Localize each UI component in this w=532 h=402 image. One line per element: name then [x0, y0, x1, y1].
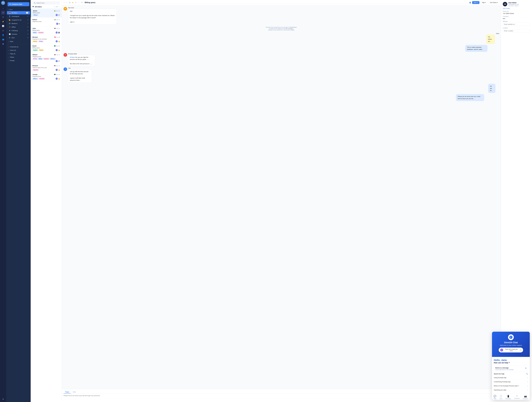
conv-search-box[interactable]: 🔍 [32, 1, 60, 5]
sidebar-item-priority[interactable]: › Priority [7, 59, 30, 62]
note-tab[interactable]: Note [71, 390, 77, 394]
conv-item-richard[interactable]: Richard 🇬🇧 Dec 22 Tried to reach out to … [31, 63, 62, 72]
sidebar-item-users[interactable]: › Users (2) [7, 49, 30, 52]
more-chevron-icon: › [9, 41, 9, 42]
inbox-nav-icon[interactable]: ✉ [1, 11, 5, 15]
chat-overlay-footer: 💬 Chat 📄 Help 📱 WhatsApp f Facebook 📷 In… [492, 394, 530, 400]
sidebar-item-all-inbox[interactable]: 📥 All Inbox 2 [7, 11, 30, 14]
label-icon[interactable]: 🏷 [75, 2, 76, 3]
footer-help-tab[interactable]: 📄 Help [500, 395, 502, 399]
message-feedback: This is really important feedback, send … [63, 45, 499, 52]
footer-instagram-tab[interactable]: 📷 Instagram [523, 395, 528, 399]
inbox-section-header[interactable]: ▾ Inbox [6, 8, 31, 11]
chat-overlay: Omni24 Chat Welcome to your online suppo… [492, 332, 530, 400]
user-avatar[interactable]: TC [1, 1, 5, 5]
contact-icon[interactable]: 👤 [469, 2, 471, 3]
settings-nav-icon[interactable]: ⚙ [1, 397, 5, 401]
sidebar-item-more[interactable]: › More [7, 40, 30, 43]
sidebar-item-offline[interactable]: ⚫ Offline 6 [7, 25, 30, 29]
faq-item-3[interactable]: Importing your data › [494, 388, 528, 392]
sidebar-item-overdue[interactable]: 🕐 Overdue 3 [7, 32, 30, 36]
sidebar-item-channels[interactable]: › Channels (4) [7, 45, 30, 48]
conv-list-header: 🔍 ✉ All Inbox ▽ ⊞ ⋯ [31, 0, 62, 9]
company-field-group: Company test [503, 16, 530, 19]
footer-whatsapp-tab[interactable]: 📱 WhatsApp [506, 395, 511, 399]
reply-tabs: Reply Note [63, 390, 499, 394]
conv-main-header: ✓ ☆ 🕐 📁 🏷 ⋯ #4 Billing query 👤 Open ▾ Hi… [62, 0, 501, 5]
conv-item-james[interactable]: James 🇮🇳 Dec 15 Billing query Billing 1 … [31, 9, 62, 18]
agents-nav-icon[interactable]: 👤 [1, 33, 5, 37]
grid-icon[interactable]: ⊞ [56, 6, 57, 7]
search-help-header: Search for help 🔍 [494, 373, 528, 375]
channel-icon-john: 📱 [58, 32, 60, 33]
chat-overlay-body: Hello, Jane. How can we help ? Send us a… [492, 357, 530, 394]
campaigns-nav-icon[interactable]: ◎ [1, 28, 5, 32]
tag-important-joseph: Important [38, 78, 45, 80]
checkmark-icon[interactable]: ✓ [63, 2, 65, 3]
clock-icon[interactable]: 🕐 [69, 2, 70, 3]
message-preetam: P Preetam Nath @Yann Yes you are right t… [63, 53, 499, 66]
reply-tab[interactable]: Reply [63, 390, 71, 394]
more-icon[interactable]: ⋯ [78, 2, 79, 3]
conv-item-david[interactable]: David 🇸🇦 Dec 02 Billing query Support Re… [31, 44, 62, 53]
conversation-main: ✓ ☆ 🕐 📁 🏷 ⋯ #4 Billing query 👤 Open ▾ Hi… [62, 0, 501, 402]
search-input[interactable] [37, 2, 58, 4]
tag-important-john: Important [38, 32, 44, 34]
chat-footer-instagram-icon: 📷 [524, 395, 527, 398]
avatar-jon: J [63, 67, 67, 71]
conv-item-john[interactable]: John 🇬🇧 Feb 23 Billing query Billing Imp… [31, 26, 62, 35]
contacts-nav-icon[interactable]: ☰ [1, 15, 5, 19]
reply-input[interactable] [63, 395, 499, 400]
open-status-button[interactable]: Open ▾ [472, 1, 479, 4]
view-profile-link[interactable]: View Profile [503, 8, 530, 9]
flag-john: 🇬🇧 [54, 28, 56, 29]
analytics-nav-icon[interactable]: ⚡ [1, 19, 5, 24]
sidebar-item-tags[interactable]: › Tags (4) [7, 52, 30, 55]
conv-item-robert[interactable]: Robert 🇮🇳 Jan 15 Shipment issue TC ✉ [31, 18, 62, 26]
star-icon[interactable]: ☆ [66, 2, 67, 3]
faq-item-0[interactable]: Using Examply App › [494, 376, 528, 380]
priority-chevron-icon: › [9, 60, 9, 61]
filter-icon[interactable]: ▽ [54, 6, 55, 7]
mentions-icon: @ [9, 23, 11, 24]
message-yann: Yann Pie follow up... [63, 33, 499, 44]
footer-chat-tab[interactable]: 💬 Chat [494, 395, 496, 399]
search-help-icon[interactable]: 🔍 [526, 373, 528, 375]
phone-field-group: Phone No +91 93834 56341 [503, 11, 530, 14]
website-input[interactable] [503, 23, 530, 26]
send-message-option[interactable]: Send us a message Usual reply time is fe… [494, 365, 528, 372]
sidebar-item-status[interactable]: › Status [7, 56, 30, 59]
channel-icon-michael: 👍 [58, 41, 60, 42]
inbox-chevron-icon: ▾ [8, 9, 9, 10]
footer-facebook-tab[interactable]: f Facebook [514, 395, 519, 399]
conv-item-william[interactable]: William 🇬🇧 Fab 14 Shipping issue Pricing… [31, 53, 62, 63]
team-nav-icon[interactable]: 👥 [1, 37, 5, 41]
sidebar-item-mentions[interactable]: @ Mentions 7 [7, 22, 30, 25]
left-navigation: TC ⌂ ✉ ☰ ⚡ 📊 ◎ 👤 👥 ◉ ⚙ [0, 0, 6, 402]
chat-brand-avatar [508, 334, 514, 340]
team-contact-pill: K Team will contact you soon. 🕐 [499, 348, 523, 352]
home-nav-icon[interactable]: ⌂ [1, 6, 5, 10]
reports-nav-icon[interactable]: 📊 [1, 24, 5, 28]
sidebar-item-following[interactable]: ★ Following 9 [7, 29, 30, 32]
compose-new-button[interactable]: ✉ Compose New → [7, 2, 29, 6]
assignee-avatar-david: TC [56, 49, 58, 51]
sidebar-item-assigned-to-me[interactable]: 🙋 Assigned to me 3 [7, 18, 30, 22]
channel-icon-robert: ✉ [59, 23, 60, 25]
faq-item-2[interactable]: What is in the Examply Premium plan ? › [494, 384, 528, 388]
conv-item-michael[interactable]: Michael 🇨🇦 Jun 30 Payment is not receive… [31, 35, 62, 44]
flag-james: 🇮🇳 [54, 10, 56, 12]
priority-button[interactable]: High ▾ [481, 1, 487, 4]
folder-icon[interactable]: 📁 [72, 2, 74, 3]
faq-item-1[interactable]: Customizing Examply App › [494, 380, 528, 384]
integrations-nav-icon[interactable]: ◉ [1, 42, 5, 46]
assignee-button[interactable]: User Name ▾ [488, 1, 499, 4]
chat-footer-help-icon: 📄 [500, 395, 502, 398]
sidebar-item-sent[interactable]: ➤ Sent 8 [7, 36, 30, 39]
sidebar-item-unassigned[interactable]: 👤 Unassigned 0 [7, 15, 30, 18]
tag-billing1-joseph: Billing 1 [32, 78, 38, 80]
location-input[interactable] [503, 29, 530, 32]
more-options-icon[interactable]: ⋯ [58, 6, 60, 7]
conv-item-joseph[interactable]: Joseph 🇸🇦 Dec 26 Payment Error Billing 1… [31, 72, 62, 81]
faq-arrow-1: › [527, 381, 528, 383]
